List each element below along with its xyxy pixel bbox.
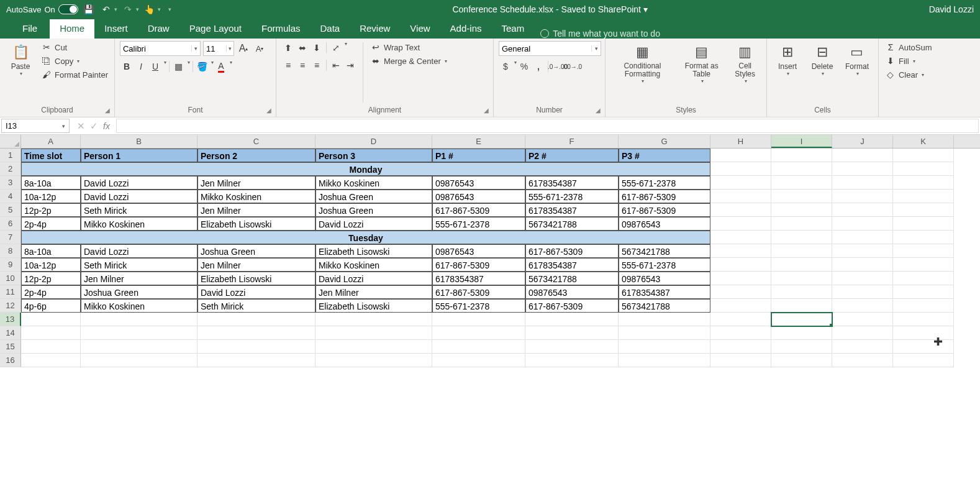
delete-cells-button[interactable]: ⊟Delete▾ — [807, 41, 838, 78]
cell[interactable] — [832, 190, 893, 203]
cell[interactable] — [893, 217, 954, 231]
cell[interactable]: 09876543 — [525, 285, 619, 299]
column-header-K[interactable]: K — [893, 135, 954, 148]
cell[interactable] — [315, 354, 432, 367]
save-icon[interactable]: 💾 — [82, 2, 96, 16]
cell[interactable] — [710, 299, 771, 313]
cell[interactable] — [893, 326, 954, 340]
cell[interactable] — [710, 162, 771, 176]
align-center-button[interactable]: ≡ — [296, 58, 309, 72]
font-color-button[interactable]: A — [214, 60, 228, 73]
row-header[interactable]: 16 — [0, 354, 21, 367]
cell[interactable]: 8a-10a — [21, 244, 81, 258]
cell[interactable]: 09876543 — [619, 217, 710, 231]
cell[interactable]: Jen Milner — [197, 258, 315, 272]
cell[interactable]: Elizabeth Lisowski — [315, 299, 432, 313]
cell[interactable]: 2p-4p — [21, 285, 81, 299]
cell[interactable] — [710, 326, 771, 340]
bold-button[interactable]: B — [120, 60, 134, 73]
accounting-button[interactable]: $ — [499, 60, 512, 73]
comma-button[interactable]: , — [532, 60, 545, 73]
touch-mode-icon[interactable]: 👆 — [143, 2, 157, 16]
cell[interactable]: 617-867-5309 — [619, 203, 710, 217]
cell[interactable] — [832, 244, 893, 258]
font-dialog-launcher[interactable]: ◢ — [266, 107, 274, 114]
column-header-J[interactable]: J — [832, 135, 893, 148]
cell[interactable]: P2 # — [525, 149, 619, 162]
cell[interactable] — [832, 231, 893, 244]
spreadsheet-grid[interactable]: ABCDEFGHIJK 1Time slotPerson 1Person 2Pe… — [0, 135, 980, 367]
clipboard-dialog-launcher[interactable]: ◢ — [105, 107, 112, 114]
cell[interactable]: P3 # — [619, 149, 710, 162]
tab-view[interactable]: View — [400, 19, 440, 39]
format-painter-button[interactable]: 🖌Format Painter — [40, 68, 109, 81]
row-header[interactable]: 7 — [0, 231, 21, 244]
cell[interactable] — [197, 326, 315, 340]
cell[interactable] — [21, 313, 81, 326]
column-header-H[interactable]: H — [710, 135, 771, 148]
cell[interactable]: Jen Milner — [81, 272, 197, 285]
select-all-corner[interactable] — [0, 135, 21, 148]
tab-insert[interactable]: Insert — [94, 19, 138, 39]
row-header[interactable]: 8 — [0, 244, 21, 258]
cell[interactable] — [619, 354, 710, 367]
cell[interactable]: Mikko Koskinen — [197, 190, 315, 203]
align-top-button[interactable]: ⬆ — [281, 41, 295, 55]
row-header[interactable]: 9 — [0, 258, 21, 272]
cell[interactable] — [771, 326, 832, 340]
cell[interactable] — [619, 326, 710, 340]
tab-formulas[interactable]: Formulas — [252, 19, 311, 39]
cell-styles-button[interactable]: ▥Cell Styles▾ — [728, 41, 761, 85]
cell[interactable]: 6178354387 — [525, 258, 619, 272]
cell[interactable]: 5673421788 — [525, 217, 619, 231]
cell[interactable] — [832, 149, 893, 162]
cell[interactable] — [771, 231, 832, 244]
cell[interactable]: 09876543 — [432, 244, 525, 258]
cell[interactable]: Elizabeth Lisowski — [315, 244, 432, 258]
cell[interactable] — [81, 354, 197, 367]
cell[interactable] — [771, 299, 832, 313]
align-bottom-button[interactable]: ⬇ — [310, 41, 324, 55]
cell[interactable]: Joshua Green — [315, 190, 432, 203]
cell[interactable] — [619, 313, 710, 326]
cell[interactable] — [525, 326, 619, 340]
cell[interactable]: Jen Milner — [315, 285, 432, 299]
cell[interactable] — [771, 149, 832, 162]
cell[interactable] — [710, 244, 771, 258]
cell[interactable]: David Lozzi — [315, 217, 432, 231]
cell[interactable] — [771, 354, 832, 367]
cell[interactable] — [832, 258, 893, 272]
cell[interactable] — [832, 203, 893, 217]
align-right-button[interactable]: ≡ — [310, 58, 324, 72]
cell[interactable] — [525, 313, 619, 326]
cell[interactable] — [432, 340, 525, 354]
tell-me-search[interactable]: Tell me what you want to do — [540, 29, 660, 39]
cell[interactable]: 6178354387 — [619, 285, 710, 299]
cell[interactable] — [832, 299, 893, 313]
cell[interactable] — [771, 340, 832, 354]
tab-review[interactable]: Review — [350, 19, 400, 39]
cell[interactable] — [710, 340, 771, 354]
row-header[interactable]: 1 — [0, 149, 21, 162]
tab-home[interactable]: Home — [50, 19, 94, 39]
cell[interactable]: Jen Milner — [197, 203, 315, 217]
row-header[interactable]: 3 — [0, 176, 21, 190]
cell[interactable] — [710, 217, 771, 231]
column-header-F[interactable]: F — [525, 135, 619, 148]
insert-cells-button[interactable]: ⊞Insert▾ — [772, 41, 803, 78]
cut-button[interactable]: ✂Cut — [40, 41, 109, 53]
column-header-A[interactable]: A — [21, 135, 81, 148]
cell[interactable] — [21, 354, 81, 367]
tab-team[interactable]: Team — [491, 19, 534, 39]
cell[interactable] — [197, 354, 315, 367]
cell[interactable]: 617-867-5309 — [619, 190, 710, 203]
cell[interactable]: Person 2 — [197, 149, 315, 162]
cell[interactable]: 617-867-5309 — [432, 203, 525, 217]
cell[interactable]: David Lozzi — [81, 190, 197, 203]
cell[interactable] — [893, 313, 954, 326]
cell[interactable]: Jen Milner — [197, 176, 315, 190]
tab-file[interactable]: File — [10, 19, 50, 39]
cell[interactable] — [710, 258, 771, 272]
column-headers[interactable]: ABCDEFGHIJK — [0, 135, 980, 149]
cell[interactable] — [893, 231, 954, 244]
